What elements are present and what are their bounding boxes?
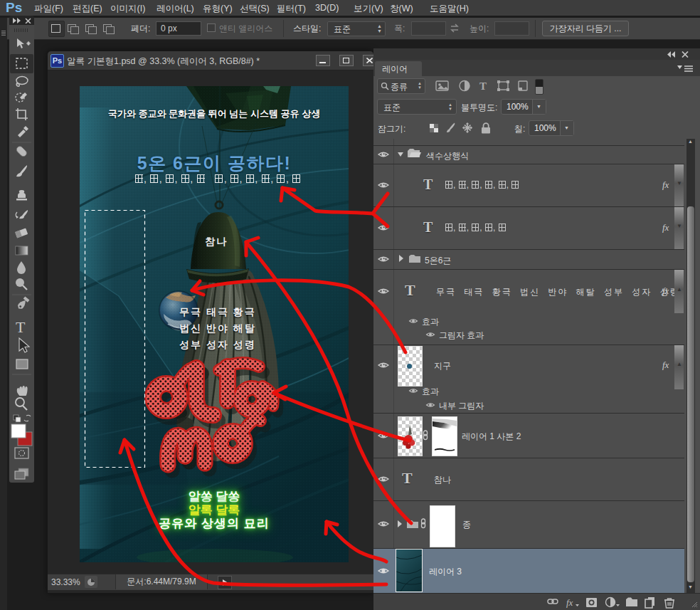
svg-text:fx: fx xyxy=(566,597,573,608)
svg-text:T: T xyxy=(479,80,487,92)
svg-text:T: T xyxy=(16,318,26,336)
